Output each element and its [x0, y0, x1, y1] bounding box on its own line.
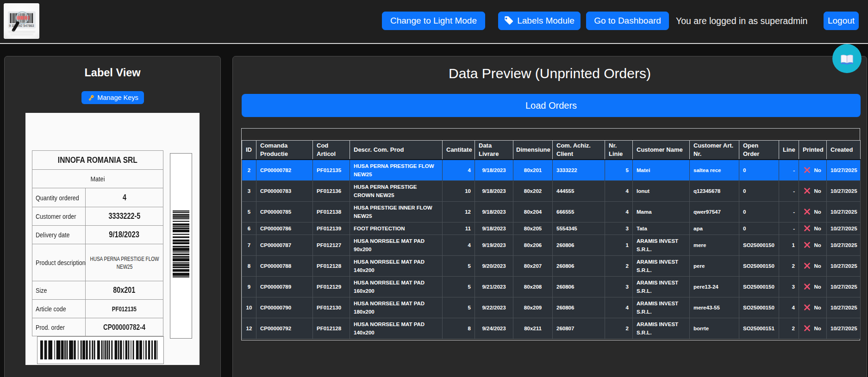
svg-text:9 325092 547863: 9 325092 547863 — [9, 24, 34, 27]
